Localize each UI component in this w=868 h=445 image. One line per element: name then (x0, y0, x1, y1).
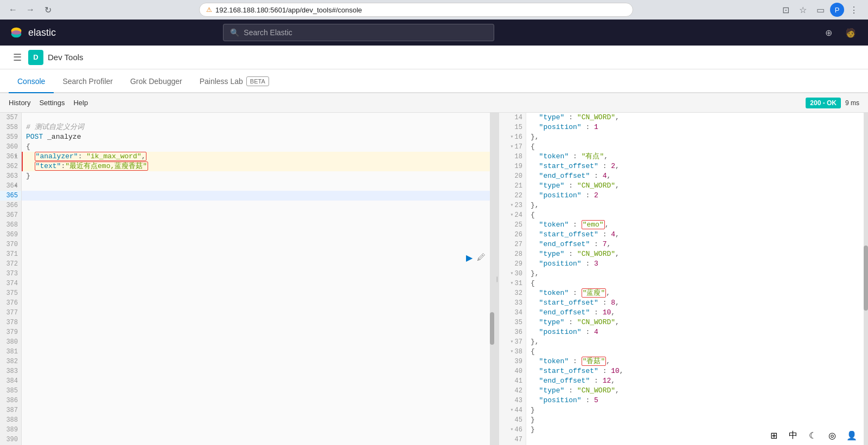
resp-line-24: ▾24 (499, 210, 526, 220)
resp-line-29: 29 (499, 259, 526, 269)
editor-line-372 (22, 259, 494, 269)
resize-handle[interactable]: ❘ (495, 113, 499, 445)
hamburger-menu[interactable]: ☰ (9, 49, 26, 66)
bottom-toolbar: ⊞ 中 ☾ ◎ 👤 (757, 425, 868, 445)
header-search[interactable]: 🔍 Search Elastic (223, 24, 494, 41)
editor-line-386 (22, 396, 494, 405)
resp-content-22: "position" : 2 (526, 191, 868, 201)
editor-line-374 (22, 279, 494, 288)
resp-content-15: "position" : 1 (526, 122, 868, 132)
tab-grok-debugger[interactable]: Grok Debugger (122, 70, 191, 93)
forward-button[interactable]: → (24, 3, 37, 16)
editor-line-357 (22, 113, 494, 122)
resp-line-45: 45 (499, 415, 526, 425)
resp-line-28: 28 (499, 249, 526, 259)
profile-button[interactable]: P (830, 3, 844, 17)
editor-line-358: # 测试自定义分词 (22, 122, 494, 132)
resp-content-38: { (526, 347, 868, 357)
editor-line-375 (22, 288, 494, 298)
resp-content-30: }, (526, 269, 868, 279)
line-358: 358 (0, 122, 21, 132)
theme-icon-button[interactable]: ☾ (805, 428, 820, 443)
editor-content[interactable]: # 测试自定义分词 POST _analyze { "analyzer": "i… (22, 113, 494, 445)
resp-content-24: { (526, 210, 868, 220)
resp-line-35: 35 (499, 318, 526, 327)
resp-content-18: "token" : "有点", (526, 152, 868, 162)
editor-scrollbar[interactable] (490, 113, 494, 445)
line-369: 369 (0, 230, 21, 240)
help-icon-button[interactable]: ⊕ (820, 24, 838, 41)
editor-line-359: POST _analyze (22, 132, 494, 142)
resp-line-36: 36 (499, 327, 526, 337)
resp-line-22: 22 (499, 191, 526, 201)
resp-line-41: 41 (499, 376, 526, 386)
line-375: 375 (0, 288, 21, 298)
tab-console[interactable]: Console (9, 70, 54, 93)
settings-button[interactable]: Settings (39, 96, 65, 109)
resp-line-19: 19 (499, 162, 526, 171)
resp-line-31: ▾31 (499, 279, 526, 288)
cast-button[interactable]: ▭ (813, 2, 828, 17)
line-379: 379 (0, 327, 21, 337)
tab-search-profiler[interactable]: Search Profiler (54, 70, 122, 93)
line-388: 388 (0, 415, 21, 425)
elastic-logo: elastic (9, 25, 56, 40)
response-scrollbar-thumb[interactable] (864, 246, 868, 311)
menu-button[interactable]: ⋮ (846, 2, 861, 17)
line-361: 361 (0, 152, 21, 162)
line-366: 366 (0, 201, 21, 210)
resp-content-16: }, (526, 132, 868, 142)
editor-line-382 (22, 357, 494, 366)
editor-line-378 (22, 318, 494, 327)
history-button[interactable]: History (9, 96, 30, 109)
line-383: 383 (0, 366, 21, 376)
resp-line-33: 33 (499, 298, 526, 308)
line-373: 373 (0, 269, 21, 279)
address-bar[interactable]: ⚠ 192.168.188.180:5601/app/dev_tools#/co… (199, 3, 633, 17)
resp-line-34: 34 (499, 308, 526, 318)
help-button[interactable]: Help (73, 96, 88, 109)
main-area: 357 358 359 360 ▾ 361 362 363 ▾ 364 365 … (0, 113, 868, 445)
browser-actions: ⊡ ☆ ▭ P ⋮ (778, 2, 861, 17)
line-389: 389 (0, 425, 21, 435)
editor-line-383 (22, 366, 494, 376)
bookmark-button[interactable]: ☆ (795, 2, 810, 17)
line-363: 363 ▾ (0, 171, 21, 181)
resp-content-35: "type" : "CN_WORD", (526, 318, 868, 327)
resp-line-32: 32 (499, 288, 526, 298)
editor-line-362: "text":"最近有点emo,蓝瘦香菇" (22, 162, 494, 171)
editor-line-366 (22, 201, 494, 210)
tab-painless-lab[interactable]: Painless Lab BETA (191, 70, 278, 93)
line-372: 372 (0, 259, 21, 269)
editor-pane[interactable]: 357 358 359 360 ▾ 361 362 363 ▾ 364 365 … (0, 113, 495, 445)
editor-line-370 (22, 240, 494, 249)
resp-content-41: "end_offset" : 12, (526, 376, 868, 386)
resp-line-18: 18 (499, 152, 526, 162)
language-icon-button[interactable]: 中 (786, 428, 801, 443)
search-placeholder: Search Elastic (244, 28, 292, 37)
back-button[interactable]: ← (7, 3, 20, 16)
header-right: ⊕ 🧑 (820, 24, 859, 41)
translate-button[interactable]: ⊡ (778, 2, 793, 17)
grid-icon-button[interactable]: ⊞ (766, 428, 781, 443)
resp-line-47: 47 (499, 435, 526, 444)
resp-content-17: { (526, 142, 868, 152)
resp-content-43: "position" : 5 (526, 396, 868, 405)
resp-content-32: "token" : "蓝瘦", (526, 288, 868, 298)
status-time: 9 ms (845, 99, 859, 107)
feedback-icon-button[interactable]: ◎ (825, 428, 840, 443)
resp-line-30: ▾30 (499, 269, 526, 279)
editor-scrollbar-thumb[interactable] (490, 312, 494, 345)
user-avatar-button[interactable]: 👤 (844, 428, 859, 443)
resp-line-40: 40 (499, 366, 526, 376)
editor-action-icons: ▶ 🖉 (466, 253, 486, 263)
response-scrollbar[interactable] (864, 113, 868, 445)
resp-line-15: 15 (499, 122, 526, 132)
editor-line-390 (22, 435, 494, 444)
editor-line-365 (22, 191, 494, 201)
run-icon[interactable]: ▶ (466, 253, 473, 263)
copy-icon[interactable]: 🖉 (477, 253, 486, 263)
user-icon-button[interactable]: 🧑 (842, 24, 859, 41)
reload-button[interactable]: ↻ (41, 3, 54, 16)
editor-line-376 (22, 298, 494, 308)
